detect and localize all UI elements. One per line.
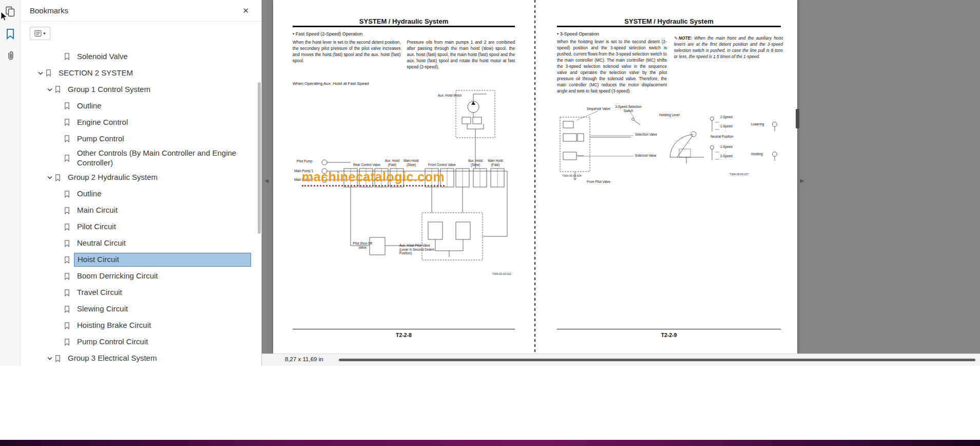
section-heading: 3-Speed Operation (557, 31, 599, 36)
bookmark-item-main-circuit[interactable]: Main Circuit (21, 202, 261, 219)
bookmark-item-outline-2[interactable]: Outline (21, 186, 261, 202)
bookmark-icon (64, 289, 74, 297)
chevron-down-icon: ▾ (43, 31, 46, 36)
figure-code: T304-06-03-017 (729, 173, 748, 176)
bookmark-item-group-2-hydraulic-system[interactable]: Group 2 Hydraulic System (21, 170, 261, 186)
pdf-viewer-window: Bookmarks ✕ ▾ Solenoid Valve SECTION (0, 0, 980, 366)
bookmark-item-engine-control[interactable]: Engine Control (21, 114, 261, 131)
attachments-button[interactable] (0, 45, 21, 68)
label-speed: 1-Speed (720, 124, 733, 128)
bookmark-item-pump-control[interactable]: Pump Control (21, 131, 261, 147)
figure-code: T306-02-02-012 (492, 272, 511, 275)
bookmark-label: Main Circuit (74, 204, 121, 217)
bookmark-icon (64, 322, 74, 330)
bookmark-icon (64, 338, 74, 346)
bookmark-label: Pump Control (74, 133, 127, 145)
label-speed: 1-Speed (720, 145, 733, 149)
bookmark-item-slewing-circuit[interactable]: Slewing Circuit (21, 301, 261, 318)
bookmark-label: Pump Control Circuit (74, 336, 151, 348)
label-neutral-position: Neutral Position (710, 135, 733, 139)
bookmark-item-group-1-control-system[interactable]: Group 1 Control System (21, 81, 261, 98)
label-aux-hoist-fast: Aux. Hoist (Fast) (383, 159, 401, 166)
vertical-scrollbar-thumb[interactable] (796, 109, 799, 128)
watermark: machinecatalogic.com (302, 170, 445, 187)
body-paragraph: Pressure oils from main pumps 1 and 2 ar… (407, 39, 515, 70)
label-pilot-pump: Pilot Pump (297, 159, 312, 163)
next-page-arrow[interactable]: ► (799, 177, 805, 184)
figure-code: T304-05-03-004 (562, 174, 581, 177)
page-number: T2-2-9 (541, 332, 797, 338)
bookmarks-toolbar: ▾ (21, 22, 261, 45)
page-number: T2-2-8 (273, 332, 534, 338)
bookmark-item-pilot-circuit[interactable]: Pilot Circuit (21, 219, 261, 235)
bookmark-item-boom-derricking-circuit[interactable]: Boom Derricking Circuit (21, 268, 261, 285)
previous-page-arrow[interactable]: ◄ (263, 177, 270, 184)
horizontal-scrollbar-thumb[interactable] (339, 359, 975, 361)
section-heading: Fast Speed (2-Speed) Operation (293, 31, 362, 36)
bookmarks-panel-button[interactable] (0, 23, 21, 45)
note-label: NOTE: (679, 35, 692, 41)
diagram-caption: When Operating Aux. Hoist at Fast Speed (293, 81, 369, 86)
bookmark-item-neutral-circuit[interactable]: Neutral Circuit (21, 235, 261, 252)
bookmark-icon (64, 118, 74, 126)
bookmark-label: Travel Circuit (74, 286, 125, 299)
bottom-scrollbar-strip: 8,27 x 11,69 in (262, 354, 980, 366)
header-rule (293, 26, 515, 27)
label-sequence-valve: Sequence Valve (587, 107, 610, 111)
paperclip-icon (5, 50, 16, 63)
mouse-cursor (1, 11, 8, 22)
bookmark-icon (64, 272, 74, 281)
header-rule (557, 26, 781, 27)
bookmarks-panel: Bookmarks ✕ ▾ Solenoid Valve SECTION (21, 0, 262, 366)
close-panel-button[interactable]: ✕ (239, 5, 252, 16)
bookmark-item-hoisting-brake-circuit[interactable]: Hoisting Brake Circuit (21, 318, 261, 334)
label-main-hoist-slow: Main Hoist (Slow) (401, 159, 421, 166)
bookmark-label: Outline (74, 188, 105, 200)
page-size-indicator: 8,27 x 11,69 in (285, 356, 323, 362)
page-divider (534, 0, 535, 354)
chevron-down-icon[interactable] (45, 176, 54, 179)
body-columns: When the hoist lever is set to the secon… (293, 39, 515, 70)
bookmark-label-selected: Hoist Circuit (74, 253, 251, 267)
bookmark-label: Other Controls (By Main Controller and E… (74, 147, 251, 170)
bookmark-item-pump-control-circuit[interactable]: Pump Control Circuit (21, 334, 261, 350)
bookmark-icon (54, 355, 65, 363)
label-solenoid-valve: Solenoid Valve (635, 154, 657, 158)
bookmarks-options-button[interactable]: ▾ (30, 27, 50, 40)
bookmark-item-other-controls[interactable]: Other Controls (By Main Controller and E… (21, 147, 261, 170)
panel-scrollbar-thumb[interactable] (258, 82, 261, 234)
pen-note-icon: ✎ (674, 35, 678, 41)
bookmark-icon (5, 28, 16, 40)
bookmark-label: Hoisting Brake Circuit (74, 319, 154, 332)
bookmark-item-solenoid-valve[interactable]: Solenoid Valve (21, 48, 261, 65)
bookmark-icon (64, 239, 74, 248)
chevron-down-icon[interactable] (45, 88, 54, 91)
document-pane: SYSTEM / Hydraulic System Fast Speed (2-… (262, 0, 980, 366)
bookmark-icon (64, 256, 74, 264)
bookmark-label: Group 2 Hydraulic System (65, 171, 161, 184)
bookmark-icon (54, 174, 65, 182)
bookmark-item-travel-circuit[interactable]: Travel Circuit (21, 285, 261, 301)
chevron-down-icon[interactable] (45, 357, 54, 360)
bookmark-label: SECTION 2 SYSTEM (55, 67, 136, 80)
bookmark-label: Boom Derricking Circuit (74, 270, 161, 283)
footer-rule (293, 329, 515, 329)
bookmark-item-section-2-system[interactable]: SECTION 2 SYSTEM (21, 65, 261, 81)
bookmark-item-outline-1[interactable]: Outline (21, 98, 261, 114)
label-main-hoist-fast: Main Hoist (Fast) (486, 159, 505, 166)
bookmark-label: Solenoid Valve (74, 50, 131, 63)
page-header: SYSTEM / Hydraulic System (541, 17, 797, 25)
bookmark-item-group-3-electrical-system[interactable]: Group 3 Electrical System (21, 350, 261, 363)
bookmarks-tree: Solenoid Valve SECTION 2 SYSTEM Group 1 … (21, 45, 261, 363)
label-selection-valve: Selection Valve (635, 133, 657, 137)
label-aux-hoist-pilot-valve: Aux. Hoist Pilot Valve (Lever in Second … (399, 244, 439, 255)
label-rear-control-valve: Rear Control Valve (353, 163, 380, 167)
bookmark-label: Outline (74, 100, 105, 113)
bookmark-item-hoist-circuit[interactable]: Hoist Circuit (21, 252, 261, 268)
bookmark-label: Group 1 Control System (65, 83, 153, 96)
chevron-down-icon[interactable] (36, 71, 45, 75)
panel-title: Bookmarks (30, 6, 239, 15)
body-paragraph: When the hoist lever is set to the secon… (293, 39, 401, 70)
label-pilot-shut-off-valve: Pilot Shut-Off Valve (350, 241, 375, 249)
label-speed: 2-Speed (720, 115, 733, 119)
